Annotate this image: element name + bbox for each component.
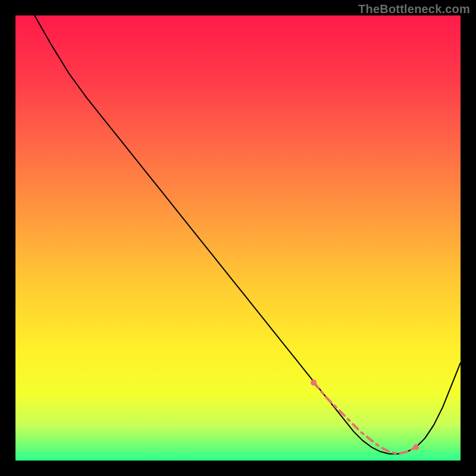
chart-svg — [15, 15, 461, 461]
plot-area — [15, 15, 461, 461]
watermark-text: TheBottleneck.com — [358, 2, 470, 16]
highlight-endpoint — [413, 444, 419, 450]
chart-background — [15, 15, 461, 461]
highlight-endpoint — [311, 380, 317, 386]
chart-frame: TheBottleneck.com — [0, 0, 476, 476]
